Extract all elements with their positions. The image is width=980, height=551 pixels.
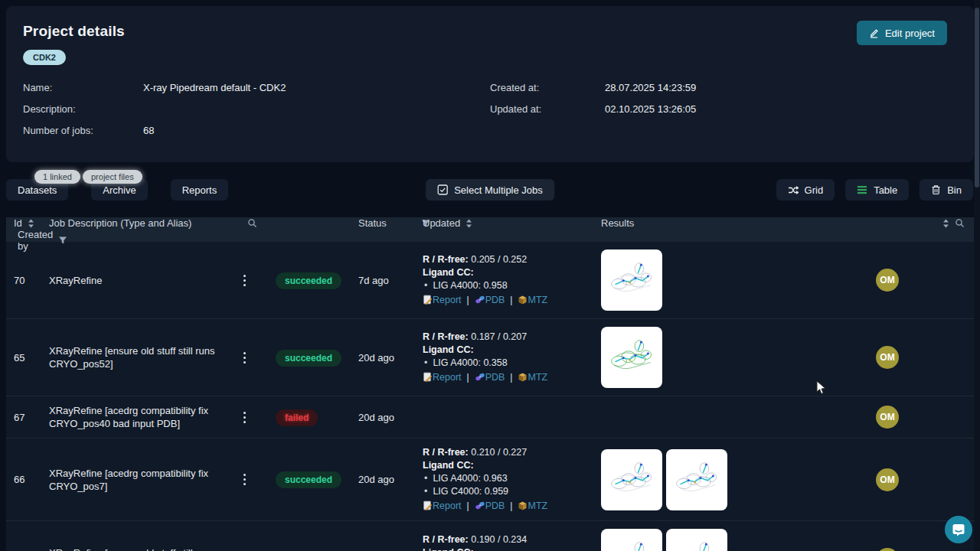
pdb-molecule-icon <box>475 295 485 305</box>
tab-reports-label: Reports <box>182 184 217 196</box>
result-links: Report|PDB|MTZ <box>423 500 601 513</box>
description-label: Description: <box>23 103 143 115</box>
sort-icon[interactable] <box>942 219 949 228</box>
scrollbar-track[interactable] <box>974 0 980 551</box>
select-multiple-jobs-label: Select Multiple Jobs <box>454 184 543 196</box>
status-badge: succeeded <box>276 272 341 289</box>
ligand-cc-label: Ligand CC: <box>423 547 474 551</box>
ligand-thumbnail[interactable] <box>601 529 662 551</box>
pdb-link[interactable]: PDB <box>485 500 505 511</box>
rfree-value: 0.190 / 0.234 <box>471 534 527 545</box>
molecule-render <box>606 332 657 383</box>
mtz-link[interactable]: MTZ <box>528 295 547 305</box>
ligand-thumbnail[interactable] <box>666 529 727 551</box>
results-cell: R / R-free: 0.210 / 0.227 Ligand CC: LIG… <box>423 446 601 513</box>
mtz-link[interactable]: MTZ <box>528 372 547 383</box>
ligand-cc-item: LIG A4000: 0.958 <box>423 279 601 292</box>
job-description: XRayRefine [ensure old stuff still runs … <box>49 546 237 551</box>
linked-count-badge: 1 linked <box>34 170 80 184</box>
table-view-label: Table <box>874 184 897 196</box>
chat-widget-button[interactable] <box>945 516 972 543</box>
grid-view-label: Grid <box>805 184 824 196</box>
job-description: XRayRefine [acedrg compatibility fix CRY… <box>49 467 237 493</box>
ligand-thumbnail[interactable] <box>666 449 727 510</box>
rfree-value: 0.210 / 0.227 <box>471 447 527 458</box>
header-updated: Updated <box>423 217 460 229</box>
results-content: R / R-free: 0.190 / 0.234 Ligand CC: LIG… <box>423 533 601 551</box>
job-updated: 7d ago <box>358 275 423 286</box>
table-header: Id Job Description (Type and Alias) Stat… <box>6 217 974 242</box>
result-links: Report|PDB|MTZ <box>423 371 601 384</box>
sort-icon[interactable] <box>28 219 34 228</box>
job-description: XRayRefine <box>49 274 237 287</box>
row-menu-button[interactable] <box>237 471 251 487</box>
report-link[interactable]: Report <box>433 500 462 511</box>
link-separator: | <box>508 371 514 384</box>
pdb-link[interactable]: PDB <box>485 295 505 305</box>
project-fields: Name: X-ray Pipedream default - CDK2 Cre… <box>23 82 957 136</box>
toolbar: 1 linked project files Datasets Archive … <box>6 170 974 205</box>
table-view-button[interactable]: Table <box>845 179 909 201</box>
project-details-card: Project details CDK2 Name: X-ray Pipedre… <box>6 6 974 162</box>
search-icon[interactable] <box>247 218 257 228</box>
job-updated: 20d ago <box>358 412 423 423</box>
mtz-link[interactable]: MTZ <box>528 500 547 511</box>
table-row[interactable]: 67 XRayRefine [acedrg compatibility fix … <box>6 396 974 439</box>
job-description: XRayRefine [acedrg compatibility fix CRY… <box>49 404 237 430</box>
molecule-render <box>606 455 657 505</box>
table-row[interactable]: 66 XRayRefine [acedrg compatibility fix … <box>6 439 974 521</box>
header-id: Id <box>14 217 22 229</box>
thumbnail-cell <box>601 449 865 510</box>
table-row[interactable]: 65 XRayRefine [ensure old stuff still ru… <box>6 319 974 396</box>
header-job-description: Job Description (Type and Alias) <box>49 217 191 229</box>
report-link[interactable]: Report <box>433 372 462 383</box>
results-content: R / R-free: 0.205 / 0.252 Ligand CC: LIG… <box>423 253 601 307</box>
sort-icon[interactable] <box>466 219 472 228</box>
table-row[interactable]: 70 XRayRefine succeeded 7d ago R / R-fre… <box>6 242 974 319</box>
job-id: 70 <box>6 275 49 286</box>
tab-reports[interactable]: Reports <box>171 179 229 201</box>
page-title: Project details <box>23 23 957 40</box>
report-icon <box>423 295 433 305</box>
avatar: OM <box>876 406 899 429</box>
grid-view-button[interactable]: Grid <box>776 179 835 201</box>
name-value: X-ray Pipedream default - CDK2 <box>143 82 490 93</box>
trash-icon <box>931 184 941 195</box>
results-content: R / R-free: 0.210 / 0.227 Ligand CC: LIG… <box>423 446 601 513</box>
report-link[interactable]: Report <box>433 295 462 305</box>
job-updated: 20d ago <box>358 474 423 485</box>
rfree-label: R / R-free: <box>423 331 469 342</box>
pdb-molecule-icon <box>475 372 485 382</box>
header-status: Status <box>358 217 387 229</box>
mtz-package-icon <box>518 372 528 382</box>
jobs-count-label: Number of jobs: <box>23 125 143 136</box>
search-icon[interactable] <box>955 218 965 228</box>
job-id: 65 <box>6 352 49 364</box>
checkbox-icon <box>437 184 448 195</box>
scrollbar-thumb[interactable] <box>975 8 979 187</box>
avatar: OM <box>876 468 899 491</box>
job-updated: 20d ago <box>358 352 423 364</box>
name-label: Name: <box>23 82 143 93</box>
edit-project-button[interactable]: Edit project <box>857 21 947 45</box>
results-cell: R / R-free: 0.187 / 0.207 Ligand CC: LIG… <box>423 331 601 384</box>
rfree-label: R / R-free: <box>423 447 469 458</box>
ligand-thumbnail[interactable] <box>601 249 662 311</box>
row-menu-button[interactable] <box>237 350 251 366</box>
view-switcher: Grid Table Bin <box>776 179 973 201</box>
project-tag: CDK2 <box>23 50 66 65</box>
row-menu-button[interactable] <box>237 409 251 425</box>
table-row[interactable]: 69 XRayRefine [ensure old stuff still ru… <box>6 521 974 551</box>
project-files-badge: project files <box>83 170 142 184</box>
ligand-cc-item: LIG A4000: 0.358 <box>423 357 601 370</box>
bin-view-button[interactable]: Bin <box>920 179 973 201</box>
ligand-thumbnail[interactable] <box>601 327 662 388</box>
link-separator: | <box>466 294 471 307</box>
select-multiple-jobs-button[interactable]: Select Multiple Jobs <box>426 179 554 201</box>
filter-icon[interactable] <box>58 236 67 245</box>
pdb-link[interactable]: PDB <box>485 372 505 383</box>
rfree-value: 0.205 / 0.252 <box>471 254 527 265</box>
ligand-thumbnail[interactable] <box>601 449 662 510</box>
molecule-render <box>671 534 722 551</box>
row-menu-button[interactable] <box>237 272 251 289</box>
